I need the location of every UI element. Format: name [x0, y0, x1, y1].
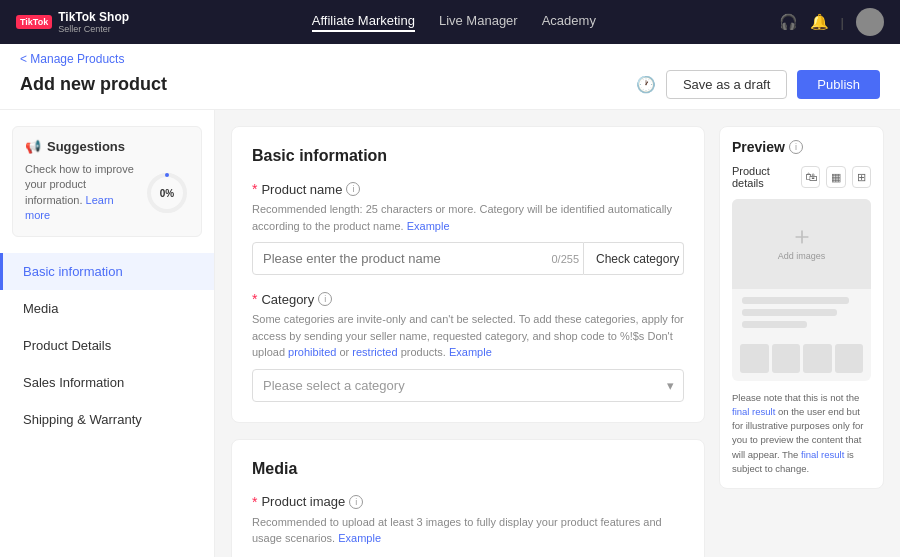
product-name-desc: Recommended length: 25 characters or mor…: [252, 201, 684, 234]
category-required-star: *: [252, 291, 257, 307]
preview-line-3: [742, 321, 807, 328]
clock-icon[interactable]: 🕐: [636, 75, 656, 94]
prohibited-link[interactable]: prohibited: [288, 346, 336, 358]
category-label: Category: [261, 292, 314, 307]
sidebar: 📢 Suggestions Check how to improve your …: [0, 110, 215, 557]
preview-line-2: [742, 309, 837, 316]
logo: TikTok TikTok Shop Seller Center: [16, 10, 129, 34]
category-select-wrapper: Please select a category ▾: [252, 369, 684, 402]
notification-icon[interactable]: 🔔: [810, 13, 829, 31]
breadcrumb[interactable]: < Manage Products: [20, 52, 880, 66]
sidebar-item-media[interactable]: Media: [0, 290, 214, 327]
preview-tab-bag[interactable]: 🛍: [801, 166, 820, 188]
save-draft-button[interactable]: Save as a draft: [666, 70, 787, 99]
logo-icon: TikTok: [16, 15, 52, 29]
preview-label: Product details: [732, 165, 795, 189]
product-image-field: * Product image i Recommended to upload …: [252, 494, 684, 558]
product-name-info-icon[interactable]: i: [346, 182, 360, 196]
product-image-desc: Recommended to upload at least 3 images …: [252, 514, 684, 547]
preview-line-1: [742, 297, 849, 304]
image-example[interactable]: Example: [338, 532, 381, 544]
media-card: Media * Product image i Recommended to u…: [231, 439, 705, 558]
category-field: * Category i Some categories are invite-…: [252, 291, 684, 402]
preview-panel: Preview i Product details 🛍 ▦ ⊞: [719, 126, 884, 489]
sidebar-item-product-details[interactable]: Product Details: [0, 327, 214, 364]
logo-text: TikTok Shop Seller Center: [58, 10, 129, 34]
form-area: Basic information * Product name i Recom…: [231, 126, 705, 541]
final-result-link-1[interactable]: final result: [732, 406, 775, 417]
preview-tab-grid[interactable]: ▦: [826, 166, 845, 188]
category-select[interactable]: Please select a category: [252, 369, 684, 402]
product-name-example[interactable]: Example: [407, 220, 450, 232]
category-info-icon[interactable]: i: [318, 292, 332, 306]
product-name-label: Product name: [261, 182, 342, 197]
preview-title: Preview: [732, 139, 785, 155]
sidebar-item-shipping-warranty[interactable]: Shipping & Warranty: [0, 401, 214, 438]
category-example[interactable]: Example: [449, 346, 492, 358]
restricted-link[interactable]: restricted: [352, 346, 397, 358]
page-title: Add new product: [20, 74, 167, 95]
sidebar-nav: Basic information Media Product Details …: [0, 253, 214, 438]
product-name-input[interactable]: [252, 242, 584, 275]
publish-button[interactable]: Publish: [797, 70, 880, 99]
progress-label: 0%: [160, 187, 174, 198]
preview-info-icon[interactable]: i: [789, 140, 803, 154]
headset-icon[interactable]: 🎧: [779, 13, 798, 31]
nav-live-manager[interactable]: Live Manager: [439, 13, 518, 32]
header: TikTok TikTok Shop Seller Center Affilia…: [0, 0, 900, 44]
preview-screen: Add images: [732, 199, 871, 381]
product-name-field: * Product name i Recommended length: 25 …: [252, 181, 684, 275]
category-desc: Some categories are invite-only and can'…: [252, 311, 684, 361]
suggestions-header: 📢 Suggestions: [25, 139, 189, 154]
basic-information-card: Basic information * Product name i Recom…: [231, 126, 705, 423]
megaphone-icon: 📢: [25, 139, 41, 154]
main-content: 📢 Suggestions Check how to improve your …: [0, 110, 900, 557]
add-images-label: Add images: [778, 251, 826, 261]
sidebar-item-sales-information[interactable]: Sales Information: [0, 364, 214, 401]
header-icons: 🎧 🔔 |: [779, 8, 884, 36]
preview-thumb-4: [835, 344, 864, 373]
final-result-link-2[interactable]: final result: [801, 449, 844, 460]
preview-image-area: Add images: [732, 199, 871, 289]
sidebar-item-basic-information[interactable]: Basic information: [0, 253, 214, 290]
main-nav: Affiliate Marketing Live Manager Academy: [161, 13, 747, 32]
avatar[interactable]: [856, 8, 884, 36]
preview-note: Please note that this is not the final r…: [732, 391, 871, 477]
page-header-area: < Manage Products Add new product 🕐 Save…: [0, 44, 900, 110]
check-category-button[interactable]: Check category: [584, 242, 684, 275]
suggestions-box: 📢 Suggestions Check how to improve your …: [12, 126, 202, 237]
preview-thumb-2: [772, 344, 801, 373]
product-image-info-icon[interactable]: i: [349, 495, 363, 509]
media-title: Media: [252, 460, 684, 478]
nav-affiliate-marketing[interactable]: Affiliate Marketing: [312, 13, 415, 32]
product-image-label: Product image: [261, 494, 345, 509]
preview-thumb-1: [740, 344, 769, 373]
preview-thumb-3: [803, 344, 832, 373]
preview-tab-expand[interactable]: ⊞: [852, 166, 871, 188]
divider: |: [841, 15, 844, 30]
header-actions: 🕐 Save as a draft Publish: [636, 70, 880, 99]
required-star: *: [252, 181, 257, 197]
progress-circle: 0%: [145, 171, 189, 215]
content-area: Basic information * Product name i Recom…: [215, 110, 900, 557]
image-required-star: *: [252, 494, 257, 510]
nav-academy[interactable]: Academy: [542, 13, 596, 32]
basic-info-title: Basic information: [252, 147, 684, 165]
preview-tabs-row: Product details 🛍 ▦ ⊞: [732, 165, 871, 189]
product-name-count: 0/255: [551, 253, 579, 265]
page: < Manage Products Add new product 🕐 Save…: [0, 44, 900, 557]
suggestions-text: Check how to improve your product inform…: [25, 162, 135, 224]
